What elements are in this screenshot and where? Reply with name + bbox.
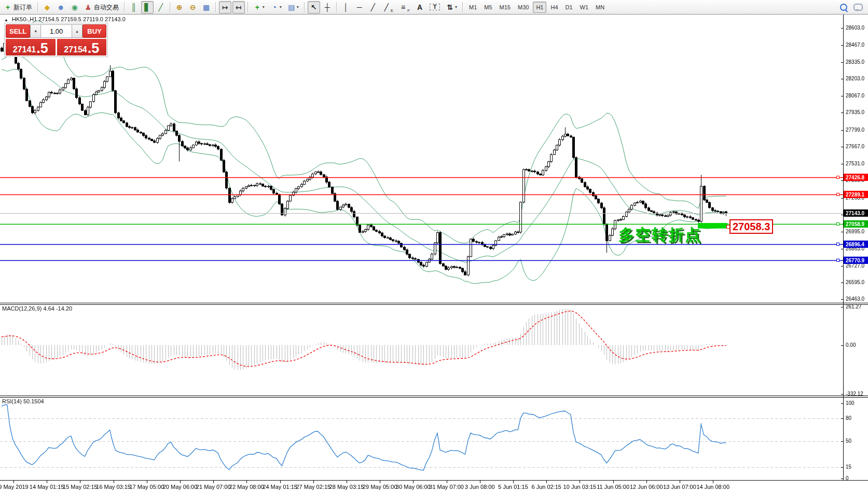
channel-icon: ╱: [383, 4, 390, 11]
new-order-icon: +: [4, 4, 11, 11]
timeframe-m30-button[interactable]: M30: [515, 2, 532, 13]
zoom-out-button[interactable]: ⊖: [187, 1, 199, 13]
periods-icon: ◔: [271, 4, 278, 11]
buy-price-button[interactable]: 27154 .5: [57, 39, 107, 55]
toolbar-separator: [124, 2, 125, 12]
chevron-down-icon: ▾: [263, 5, 265, 9]
vline-icon: │: [342, 4, 350, 11]
chart-bars-button[interactable]: ║: [128, 1, 140, 13]
volume-input[interactable]: 1.00: [41, 24, 72, 38]
chart-ohlc-values: 27154.5 27159.5 27119.0 27143.0: [38, 16, 125, 22]
autotrading-button-label: 自动交易: [94, 4, 119, 10]
trendline-icon: ╱: [369, 4, 377, 11]
hline-icon: ─: [356, 4, 363, 11]
subwindow-collapse-icon[interactable]: ▲: [4, 18, 8, 22]
tile-windows-icon: ▦: [203, 4, 210, 11]
chart-shift-button[interactable]: ↤: [232, 1, 245, 13]
chat-icon: [853, 4, 863, 11]
cursor-button[interactable]: ↖: [308, 1, 320, 13]
cursor-icon: ↖: [310, 4, 318, 11]
toolbar-separator: [215, 2, 216, 12]
chevron-down-icon: ▾: [280, 5, 282, 9]
zoom-in-button[interactable]: ⊕: [173, 1, 186, 13]
fibonacci-button[interactable]: ≡F: [397, 1, 412, 13]
zoom-in-icon: ⊕: [176, 4, 183, 11]
chart-line-icon: ╱: [157, 4, 164, 11]
text-icon: A: [416, 4, 423, 11]
new-order-button-label: 新订单: [13, 4, 32, 10]
chart-bars-icon: ║: [130, 4, 137, 11]
autotrading-button[interactable]: ♟自动交易: [82, 1, 121, 13]
text-button[interactable]: A: [414, 1, 426, 13]
mt4-window: +新订单◆☻◉♟自动交易║▋╱⊕⊖▦↦↤+▾◔▾▤▾↖┼│─╱╱E≡FAT⇅▾M…: [0, 0, 868, 492]
timeframe-h4-button[interactable]: H4: [547, 2, 561, 13]
icon-subscript: F: [407, 9, 410, 13]
timeframe-mn-button[interactable]: MN: [593, 2, 608, 13]
fibonacci-icon: ≡: [399, 4, 407, 11]
chart-symbol-period: HK50-,H1: [12, 16, 37, 22]
chart-candles-button[interactable]: ▋: [141, 1, 154, 13]
timeframe-w1-button[interactable]: W1: [577, 2, 592, 13]
crosshair-button[interactable]: ┼: [321, 1, 334, 13]
timeframe-m15-button[interactable]: M15: [497, 2, 514, 13]
buy-price-int: 27154: [64, 45, 87, 54]
indicators-icon: +: [254, 4, 261, 11]
crosshair-icon: ┼: [324, 4, 331, 11]
signals-button[interactable]: ◉: [68, 1, 81, 13]
chart-line-button[interactable]: ╱: [155, 1, 167, 13]
templates-icon: ▤: [288, 4, 295, 11]
chart-title: ▲ HK50-,H1 27154.5 27159.5 27119.0 27143…: [4, 16, 126, 22]
templates-button[interactable]: ▤▾: [285, 1, 301, 13]
sell-price-button[interactable]: 27141 .5: [6, 39, 56, 55]
auto-scroll-button[interactable]: ↦: [219, 1, 231, 13]
buy-button[interactable]: BUY: [82, 24, 106, 38]
timeframe-h1-button[interactable]: H1: [533, 2, 546, 13]
tile-windows-button[interactable]: ▦: [200, 1, 213, 13]
toolbar-separator: [247, 2, 249, 12]
timeframe-m5-button[interactable]: M5: [481, 2, 495, 13]
channel-button[interactable]: ╱E: [380, 1, 396, 13]
chart-canvas[interactable]: [0, 15, 868, 492]
label-icon: T: [430, 4, 440, 10]
vline-button[interactable]: │: [340, 1, 352, 13]
toolbar-separator: [462, 2, 463, 12]
toolbar-separator: [37, 2, 38, 12]
one-click-trade-panel: SELL ▼ 1.00 ▲ BUY 27141 .5 27154 .5: [4, 23, 108, 57]
periods-button[interactable]: ◔▾: [268, 1, 284, 13]
chart-shift-icon: ↤: [235, 4, 242, 11]
profiles-icon: ☻: [57, 4, 65, 11]
rsi-indicator-label: RSI(14) 50.1504: [2, 398, 44, 404]
new-chart-button[interactable]: ◆: [41, 1, 53, 13]
volume-up-button[interactable]: ▲: [72, 24, 82, 38]
arrows-icon: ⇅: [446, 4, 453, 11]
arrows-button[interactable]: ⇅▾: [444, 1, 460, 13]
indicators-button[interactable]: +▾: [251, 1, 267, 13]
sell-price-int: 27141: [13, 45, 36, 54]
toolbar-separator: [170, 2, 171, 12]
new-chart-icon: ◆: [44, 4, 51, 11]
chart-text-annotation[interactable]: 多空转折点: [618, 224, 701, 246]
timeframe-m1-button[interactable]: M1: [466, 2, 480, 13]
trendline-button[interactable]: ╱: [367, 1, 379, 13]
sell-button[interactable]: SELL: [6, 24, 30, 38]
search-icon: [840, 4, 847, 11]
toolbar-separator: [304, 2, 305, 12]
volume-down-button[interactable]: ▼: [30, 24, 41, 38]
sell-price-dec: .5: [36, 43, 48, 54]
new-order-button[interactable]: +新订单: [2, 1, 35, 13]
toolbar-separator: [336, 2, 337, 12]
auto-scroll-icon: ↦: [222, 4, 229, 11]
timeframe-d1-button[interactable]: D1: [562, 2, 576, 13]
autotrading-icon: ♟: [85, 4, 92, 11]
toolbar-right-icons: [835, 1, 864, 13]
price-callout-label[interactable]: 27058.3: [729, 219, 773, 234]
chart-candles-icon: ▋: [144, 4, 151, 11]
search-button[interactable]: [838, 2, 849, 13]
label-button[interactable]: T: [427, 1, 443, 13]
profiles-button[interactable]: ☻: [54, 1, 67, 13]
macd-indicator-label: MACD(12,26,9) 4.64 -14.20: [2, 305, 72, 312]
chevron-down-icon: ▾: [455, 5, 457, 9]
chat-button[interactable]: [852, 2, 864, 13]
hline-button[interactable]: ─: [353, 1, 366, 13]
signals-icon: ◉: [71, 4, 78, 11]
